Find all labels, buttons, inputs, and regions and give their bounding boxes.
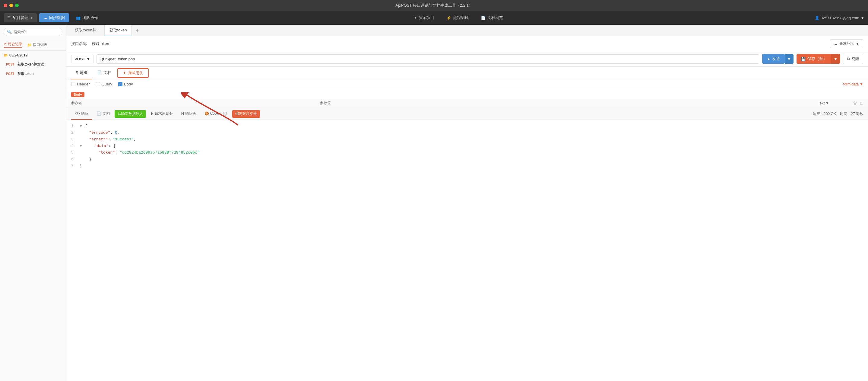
resp-tab-docs[interactable]: 📄 文档 <box>93 108 114 120</box>
team-icon: 👥 <box>76 16 81 20</box>
resp-tab-response-header[interactable]: H 响应头 <box>178 108 200 120</box>
code-line-1: 1 ▼ { <box>71 123 863 129</box>
h-icon-raw: H <box>151 111 154 116</box>
clone-button[interactable]: ⧉ 克隆 <box>843 54 863 64</box>
request-row: POST ▼ ➤ 发送 ▼ 💾 保存（至） ▼ ⧉ 克隆 <box>66 51 868 67</box>
main-layout: 🔍 ↺ 历史记录 📁 接口列表 📂 03/24/2019 POST 获取toke… <box>0 25 868 381</box>
close-button[interactable] <box>4 4 7 7</box>
send-icon: ✈ <box>413 16 417 20</box>
import-from-response-button[interactable]: 从响应数据导入 <box>115 110 146 118</box>
testcase-icon: ✦ <box>123 71 126 75</box>
form-data-caret-icon: ▼ <box>860 82 863 86</box>
nav-center: ✈ 演示项目 ⚡ 流程测试 📄 文档浏览 <box>105 15 812 21</box>
sidebar-history-tab[interactable]: ↺ 历史记录 <box>4 42 22 48</box>
header-checkbox[interactable] <box>71 82 75 86</box>
method-caret-icon: ▼ <box>86 57 90 61</box>
sync-button[interactable]: ☁ 同步数据 <box>39 13 69 22</box>
user-icon: 👤 <box>815 16 819 20</box>
body-badge-row: Body <box>66 89 868 99</box>
col-actions: 🗑 ⇅ <box>848 101 863 106</box>
inner-tab-testcase[interactable]: ✦ 测试用例 <box>117 68 149 78</box>
tab-0[interactable]: 获取token并... <box>70 25 104 36</box>
send-arrow-icon: ➤ <box>767 57 770 61</box>
list-icon: 📁 <box>27 43 32 47</box>
params-check-row: Header Query Body form-data ▼ <box>66 79 868 89</box>
response-bar: </> 响应 📄 文档 从响应数据导入 H 请求原始头 H 响应头 🍪 <box>66 108 868 120</box>
minimize-button[interactable] <box>9 4 13 7</box>
resp-tab-cookie[interactable]: 🍪 Cookie 0 <box>201 108 231 120</box>
folder-icon: 📂 <box>4 53 8 57</box>
inner-tab-request[interactable]: ¶ 请求 <box>71 67 92 79</box>
maximize-button[interactable] <box>15 4 19 7</box>
content-area: 获取token并... 获取token + 接口名称 ☁ 开发环境 ▼ POST… <box>66 25 868 381</box>
send-button-group: ➤ 发送 ▼ <box>762 54 794 64</box>
cookie-icon: 🍪 <box>205 111 209 116</box>
sidebar-search: 🔍 <box>0 25 66 39</box>
resp-tab-raw-header[interactable]: H 请求原始头 <box>147 108 177 120</box>
api-name-input[interactable] <box>92 41 825 46</box>
caret-icon: ▼ <box>30 16 33 20</box>
sidebar-item-0[interactable]: POST 获取token并发送 <box>0 60 66 69</box>
method-badge-0: POST <box>6 63 15 66</box>
body-checkbox[interactable] <box>118 82 122 86</box>
h-icon-resp: H <box>181 111 184 116</box>
env-button[interactable]: ☁ 开发环境 ▼ <box>830 39 863 48</box>
resp-tab-response[interactable]: </> 响应 <box>71 108 92 120</box>
header-check[interactable]: Header <box>71 82 90 86</box>
save-button[interactable]: 💾 保存（至） <box>797 54 831 64</box>
user-caret-icon: ▼ <box>861 16 864 20</box>
sidebar-item-1[interactable]: POST 获取token <box>0 69 66 79</box>
tab-1[interactable]: 获取token <box>104 25 132 36</box>
inner-tab-docs[interactable]: 📄 文档 <box>92 67 116 79</box>
sidebar: 🔍 ↺ 历史记录 📁 接口列表 📂 03/24/2019 POST 获取toke… <box>0 25 66 381</box>
body-check[interactable]: Body <box>118 82 133 86</box>
send-button[interactable]: ➤ 发送 <box>762 54 785 64</box>
url-input[interactable] <box>96 54 759 64</box>
bind-env-variable-button[interactable]: 绑定环境变量 <box>232 110 260 118</box>
request-icon: ¶ <box>76 70 78 75</box>
doc-tab-icon: 📄 <box>97 70 102 75</box>
method-select[interactable]: POST ▼ <box>71 55 93 63</box>
code-area: 1 ▼ { 2 "errcode": 0, 3 "errstr": "succe… <box>66 120 868 381</box>
cloud-icon: ☁ <box>43 16 48 20</box>
body-badge: Body <box>71 92 85 97</box>
code-line-7: 7 } <box>71 163 863 170</box>
search-icon: 🔍 <box>7 30 12 34</box>
send-caret-button[interactable]: ▼ <box>785 54 794 64</box>
form-data-dropdown[interactable]: form-data ▼ <box>843 82 863 86</box>
code-line-6: 6 } <box>71 156 863 163</box>
code-line-3: 3 "errstr": "success", <box>71 136 863 143</box>
search-wrap[interactable]: 🔍 <box>4 28 62 36</box>
flow-nav-item[interactable]: ⚡ 流程测试 <box>446 15 469 21</box>
team-button[interactable]: 👥 团队协作 <box>71 13 102 22</box>
cookie-badge: 0 <box>223 112 227 116</box>
tab-add-button[interactable]: + <box>133 26 142 35</box>
top-nav: ☰ 项目管理 ▼ ☁ 同步数据 👥 团队协作 ✈ 演示项目 ⚡ 流程测试 📄 文… <box>0 11 868 25</box>
window-title: ApiPOST 接口调试与文档生成工具（2.2.1） <box>395 3 472 8</box>
flow-icon: ⚡ <box>446 16 451 20</box>
code-line-4: 4 ▼ "data": { <box>71 143 863 149</box>
project-mgmt-button[interactable]: ☰ 项目管理 ▼ <box>4 13 37 22</box>
method-badge-1: POST <box>6 72 15 76</box>
sidebar-date: 📂 03/24/2019 <box>0 51 66 60</box>
query-checkbox[interactable] <box>96 82 100 86</box>
save-caret-button[interactable]: ▼ <box>831 54 840 64</box>
code-line-2: 2 "errcode": 0, <box>71 129 863 136</box>
menu-icon: ☰ <box>7 16 11 20</box>
search-input[interactable] <box>13 30 59 34</box>
sort-icon[interactable]: ⇅ <box>860 101 863 106</box>
sidebar-nav: ↺ 历史记录 📁 接口列表 <box>0 39 66 51</box>
user-account[interactable]: 👤 3257132998@qq.com ▼ <box>815 16 864 20</box>
query-check[interactable]: Query <box>96 82 112 86</box>
docs-nav-item[interactable]: 📄 文档浏览 <box>481 15 503 21</box>
sidebar-list-tab[interactable]: 📁 接口列表 <box>27 42 48 48</box>
col-type[interactable]: Text ▼ <box>818 101 848 105</box>
doc-resp-icon: 📄 <box>97 111 101 116</box>
demo-nav-item[interactable]: ✈ 演示项目 <box>413 15 434 21</box>
delete-icon[interactable]: 🗑 <box>853 101 857 106</box>
history-icon: ↺ <box>4 42 7 47</box>
doc-icon: 📄 <box>481 16 486 20</box>
api-name-label: 接口名称 <box>71 41 87 47</box>
sidebar-item-label-1: 获取token <box>18 71 33 77</box>
col-param-value: 参数值 <box>320 100 818 106</box>
